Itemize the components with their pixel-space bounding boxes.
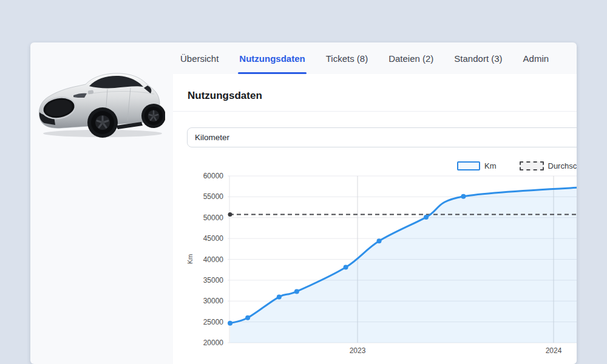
tab-admin[interactable]: Admin (522, 42, 551, 74)
svg-text:45000: 45000 (203, 234, 224, 243)
divider (173, 111, 577, 112)
svg-text:2023: 2023 (350, 346, 366, 355)
svg-text:40000: 40000 (203, 255, 224, 264)
app-screenshot: Übersicht Nutzungsdaten Tickets (8) Date… (0, 0, 607, 364)
tab-tickets[interactable]: Tickets (8) (325, 42, 369, 74)
svg-text:55000: 55000 (203, 192, 224, 201)
vehicle-detail-card: Übersicht Nutzungsdaten Tickets (8) Date… (30, 42, 577, 364)
svg-text:Km: Km (186, 254, 194, 265)
tab-nutzungsdaten[interactable]: Nutzungsdaten (238, 42, 306, 74)
tab-uebersicht[interactable]: Übersicht (179, 42, 220, 74)
usage-line-chart[interactable]: 2000025000300003500040000450005000055000… (173, 155, 577, 364)
svg-text:50000: 50000 (203, 214, 224, 222)
svg-text:2024: 2024 (546, 346, 562, 355)
tab-bar: Übersicht Nutzungsdaten Tickets (8) Date… (173, 42, 577, 74)
svg-text:35000: 35000 (203, 276, 224, 285)
svg-text:30000: 30000 (203, 297, 224, 305)
page-title: Nutzungsdaten (188, 90, 262, 102)
metric-select[interactable]: Kilometer (187, 127, 577, 147)
svg-text:20000: 20000 (203, 339, 224, 347)
svg-text:25000: 25000 (203, 318, 224, 326)
tab-standort[interactable]: Standort (3) (453, 42, 503, 74)
tab-dateien[interactable]: Dateien (2) (387, 42, 435, 74)
svg-text:60000: 60000 (203, 172, 224, 180)
vehicle-image (35, 70, 165, 140)
usage-data-panel: Nutzungsdaten Kilometer Km Durchsch. 200… (173, 74, 577, 364)
